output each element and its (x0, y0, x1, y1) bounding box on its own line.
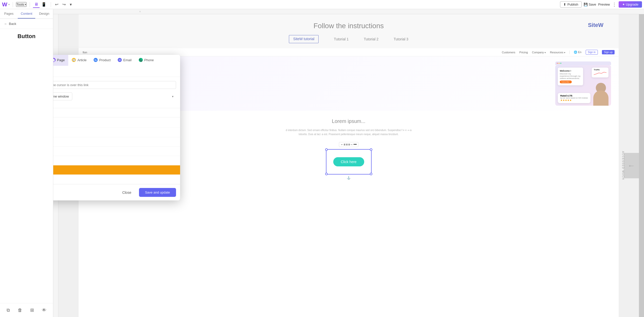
handle-bottom-left[interactable] (325, 173, 328, 175)
tab-design[interactable]: Design (35, 9, 53, 19)
browser-dot-yellow (559, 63, 560, 64)
device-toggle: 🖥 📱 (33, 1, 48, 8)
mini-nav-customers: Customers (502, 51, 515, 54)
person-image (593, 83, 608, 106)
phone-tab-icon: 📞 (139, 58, 143, 62)
delete-btn[interactable]: 🗑 (16, 306, 24, 314)
site-header: Follow the instructions SiteW SiteW tuto… (79, 14, 619, 48)
sidebar-panel-title: Button (0, 29, 53, 44)
browser-dot-red (557, 63, 558, 64)
site-tab-tutorial1[interactable]: Tutorial 1 (334, 35, 349, 43)
logo-area: W ▾ (2, 1, 10, 8)
sidebar-tab-bar: Pages Content Design (0, 9, 53, 19)
button-element-selected[interactable]: ←≡ ≡ ≡→ ••• Click here ⚓ (326, 149, 372, 175)
mini-nav-signup[interactable]: Sign up (602, 50, 615, 54)
mobile-view-btn[interactable]: 📱 (40, 1, 48, 8)
site-tab-tutorial2[interactable]: Tutorial 2 (364, 35, 378, 43)
save-update-button[interactable]: Save and update (139, 188, 176, 197)
duplicate-icon: ⧉ (7, 308, 10, 313)
redo-icon: ↪ (62, 2, 66, 7)
handle-bottom-right[interactable] (370, 173, 372, 175)
mini-nav-resources: Resources ▾ (550, 51, 565, 54)
align-right-icon[interactable]: ≡→ (348, 143, 353, 146)
site-header-title: Follow the instructions (89, 22, 608, 30)
modal-tab-email[interactable]: ✉ Email (114, 55, 135, 66)
sidebar-bottom-bar: ⧉ 🗑 ⊞ 👁 (0, 303, 53, 317)
mini-nav-fion: fion (83, 51, 87, 54)
logo-icon: W (2, 1, 7, 8)
main-toolbar: W ▾ Tools ▾ 🖥 📱 ↩ ↪ ▾ ⬆ Publish 💾 Save P… (0, 0, 644, 9)
site-nav-tabs: SiteW tutorial Tutorial 1 Tutorial 2 Tut… (89, 35, 608, 43)
email-tab-icon: ✉ (118, 58, 122, 62)
save-icon: 💾 (584, 3, 588, 6)
click-here-button[interactable]: Click here (333, 157, 364, 166)
rating-text: Rated 4.7/5 (560, 94, 588, 97)
mini-nav-signin[interactable]: Sign in (586, 50, 598, 55)
upgrade-button[interactable]: ✦ Upgrade (619, 1, 642, 8)
align-center-icon[interactable]: ≡ (346, 143, 348, 146)
tools-menu[interactable]: Tools ▾ (16, 2, 27, 7)
publish-button[interactable]: ⬆ Publish (560, 1, 582, 8)
modal-tab-article[interactable]: 📰 Article (68, 55, 90, 66)
nav-arrow-right[interactable]: ← (624, 153, 639, 178)
desktop-view-btn[interactable]: 🖥 (33, 1, 40, 8)
rating-sub-text: by our users based on 915 reviews (560, 97, 588, 99)
eye-icon: 👁 (42, 308, 46, 313)
site-logo: SiteW (588, 22, 603, 28)
close-button[interactable]: Close (117, 188, 136, 197)
publish-icon: ⬆ (563, 3, 566, 6)
site-logo-text: SiteW (588, 22, 603, 28)
article-tab-icon: 📰 (72, 58, 76, 62)
align-left-icon[interactable]: ←≡ (341, 143, 345, 146)
tab-pages[interactable]: Pages (0, 9, 18, 19)
modal-tab-product[interactable]: 🛍 Product (90, 55, 114, 66)
subscribe-btn[interactable]: Subscribe ! (560, 81, 572, 83)
rating-card: Rated 4.7/5 by our users based on 915 re… (558, 93, 590, 103)
site-tab-sitew[interactable]: SiteW tutorial (289, 35, 319, 43)
element-toolbar: ←≡ ≡ ≡→ ••• (339, 142, 359, 147)
undo-btn[interactable]: ↩ (54, 1, 59, 8)
traffic-label: Traffic (594, 69, 606, 71)
traffic-badge: Traffic (592, 68, 608, 77)
handle-top-left[interactable] (325, 148, 328, 151)
more-options-btn[interactable]: ⋮ (612, 2, 617, 7)
preview-button[interactable]: Preview (598, 3, 610, 6)
nav-divider (569, 51, 570, 54)
chevron-down-icon: ▾ (70, 2, 72, 7)
save-button[interactable]: 💾 Save (584, 3, 596, 6)
handle-top-right[interactable] (370, 148, 372, 151)
traffic-chart (594, 71, 606, 76)
lorem-text: d interdum dictum. Sed ornare efficitur … (285, 128, 412, 136)
back-arrow-icon: ← (4, 22, 7, 26)
layers-btn[interactable]: ⊞ (29, 306, 36, 314)
select-arrow-icon: ▾ (172, 95, 173, 98)
arrow-left-icon: ← (628, 161, 635, 170)
mini-nav-lang: 🌐 En (574, 51, 582, 54)
redo-btn[interactable]: ↪ (61, 1, 67, 8)
welcome-card: Welcome ! Discover my experience through… (558, 68, 583, 85)
back-button[interactable]: ← Back (0, 19, 53, 29)
ruler-mark: 0 (140, 10, 141, 13)
vertical-label-right: ACCESSED MUCH (622, 151, 625, 180)
sep3 (51, 2, 51, 7)
hero-right-mockup: Welcome ! Discover my experience through… (555, 61, 611, 106)
browser-dot-green (560, 63, 561, 64)
duplicate-btn[interactable]: ⧉ (5, 306, 11, 314)
visibility-btn[interactable]: 👁 (40, 306, 48, 314)
mini-nav-company: Company ▾ (532, 51, 546, 54)
site-tab-tutorial3[interactable]: Tutorial 3 (394, 35, 408, 43)
toolbar-right-actions: ⬆ Publish 💾 Save Preview ⋮ ✦ Upgrade (560, 1, 642, 8)
anchor-icon: ⚓ (347, 176, 351, 180)
more-history-btn[interactable]: ▾ (69, 1, 73, 8)
sep1 (13, 2, 13, 7)
horizontal-ruler: 0 (53, 9, 644, 14)
hero-mockup-image: Welcome ! Discover my experience through… (555, 65, 611, 106)
rating-stars: ★★★★★ (560, 99, 588, 102)
more-element-options[interactable]: ••• (354, 143, 357, 146)
browser-bar (555, 61, 611, 65)
tab-content[interactable]: Content (18, 9, 36, 19)
modal-tab-phone[interactable]: 📞 Phone (135, 55, 158, 66)
undo-icon: ↩ (55, 2, 58, 7)
trash-icon: 🗑 (18, 308, 22, 313)
sep2 (30, 2, 30, 7)
